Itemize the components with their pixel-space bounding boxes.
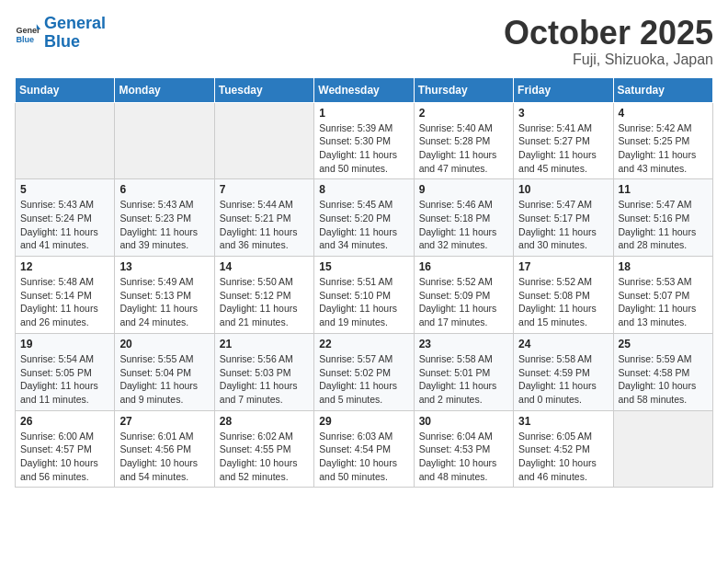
- calendar-cell: 23Sunrise: 5:58 AM Sunset: 5:01 PM Dayli…: [414, 333, 513, 410]
- calendar-cell: 8Sunrise: 5:45 AM Sunset: 5:20 PM Daylig…: [314, 179, 414, 257]
- logo-icon: General Blue: [15, 20, 40, 46]
- day-info: Sunrise: 5:44 AM Sunset: 5:21 PM Dayligh…: [220, 198, 309, 252]
- calendar-week-3: 12Sunrise: 5:48 AM Sunset: 5:14 PM Dayli…: [16, 257, 713, 334]
- calendar-cell: 22Sunrise: 5:57 AM Sunset: 5:02 PM Dayli…: [314, 333, 414, 410]
- day-number: 21: [220, 338, 309, 350]
- calendar-subtitle: Fuji, Shizuoka, Japan: [504, 52, 713, 68]
- calendar-cell: 7Sunrise: 5:44 AM Sunset: 5:21 PM Daylig…: [214, 179, 313, 257]
- calendar-cell: 13Sunrise: 5:49 AM Sunset: 5:13 PM Dayli…: [115, 257, 214, 334]
- day-number: 20: [119, 338, 209, 350]
- calendar-cell: [214, 102, 313, 179]
- calendar-cell: 10Sunrise: 5:47 AM Sunset: 5:17 PM Dayli…: [514, 179, 613, 257]
- svg-text:Blue: Blue: [16, 35, 34, 44]
- day-number: 24: [518, 338, 608, 350]
- calendar-cell: 16Sunrise: 5:52 AM Sunset: 5:09 PM Dayli…: [414, 257, 513, 334]
- day-number: 26: [20, 415, 109, 428]
- day-number: 27: [119, 415, 209, 428]
- page-header: General Blue General Blue October 2025 F…: [15, 15, 713, 68]
- logo-text: General Blue: [44, 15, 106, 52]
- calendar-cell: [613, 410, 712, 488]
- day-number: 1: [319, 107, 408, 120]
- day-info: Sunrise: 6:03 AM Sunset: 4:54 PM Dayligh…: [319, 430, 408, 484]
- day-number: 10: [518, 183, 608, 196]
- calendar-week-2: 5Sunrise: 5:43 AM Sunset: 5:24 PM Daylig…: [16, 179, 713, 257]
- calendar-cell: 15Sunrise: 5:51 AM Sunset: 5:10 PM Dayli…: [314, 257, 414, 334]
- calendar-cell: 24Sunrise: 5:58 AM Sunset: 4:59 PM Dayli…: [514, 333, 613, 410]
- day-number: 30: [419, 415, 508, 428]
- day-info: Sunrise: 5:58 AM Sunset: 5:01 PM Dayligh…: [419, 352, 508, 407]
- day-info: Sunrise: 6:00 AM Sunset: 4:57 PM Dayligh…: [20, 430, 109, 484]
- day-info: Sunrise: 5:50 AM Sunset: 5:12 PM Dayligh…: [220, 275, 309, 329]
- calendar-cell: 26Sunrise: 6:00 AM Sunset: 4:57 PM Dayli…: [16, 410, 115, 488]
- day-info: Sunrise: 6:01 AM Sunset: 4:56 PM Dayligh…: [119, 430, 209, 484]
- day-info: Sunrise: 5:42 AM Sunset: 5:25 PM Dayligh…: [619, 121, 708, 176]
- calendar-cell: [16, 102, 115, 179]
- calendar-cell: 27Sunrise: 6:01 AM Sunset: 4:56 PM Dayli…: [115, 410, 214, 488]
- weekday-header-sunday: Sunday: [16, 77, 115, 102]
- day-info: Sunrise: 5:59 AM Sunset: 4:58 PM Dayligh…: [619, 352, 708, 407]
- title-block: October 2025 Fuji, Shizuoka, Japan: [504, 15, 713, 68]
- calendar-table: SundayMondayTuesdayWednesdayThursdayFrid…: [15, 77, 713, 488]
- day-number: 13: [119, 260, 209, 273]
- day-info: Sunrise: 6:02 AM Sunset: 4:55 PM Dayligh…: [220, 430, 309, 484]
- weekday-header-monday: Monday: [115, 77, 214, 102]
- day-number: 17: [518, 260, 608, 273]
- day-number: 11: [619, 183, 708, 196]
- calendar-cell: 9Sunrise: 5:46 AM Sunset: 5:18 PM Daylig…: [414, 179, 513, 257]
- day-number: 25: [619, 338, 708, 350]
- calendar-cell: 11Sunrise: 5:47 AM Sunset: 5:16 PM Dayli…: [613, 179, 712, 257]
- calendar-cell: 18Sunrise: 5:53 AM Sunset: 5:07 PM Dayli…: [613, 257, 712, 334]
- weekday-header-friday: Friday: [514, 77, 613, 102]
- calendar-week-5: 26Sunrise: 6:00 AM Sunset: 4:57 PM Dayli…: [16, 410, 713, 488]
- day-info: Sunrise: 5:54 AM Sunset: 5:05 PM Dayligh…: [20, 352, 109, 407]
- day-info: Sunrise: 5:45 AM Sunset: 5:20 PM Dayligh…: [319, 198, 408, 252]
- calendar-cell: [115, 102, 214, 179]
- day-number: 19: [20, 338, 109, 350]
- day-number: 14: [220, 260, 309, 273]
- logo: General Blue General Blue: [15, 15, 106, 52]
- day-info: Sunrise: 5:55 AM Sunset: 5:04 PM Dayligh…: [119, 352, 209, 407]
- calendar-cell: 30Sunrise: 6:04 AM Sunset: 4:53 PM Dayli…: [414, 410, 513, 488]
- calendar-cell: 14Sunrise: 5:50 AM Sunset: 5:12 PM Dayli…: [214, 257, 313, 334]
- day-number: 23: [419, 338, 508, 350]
- day-number: 5: [20, 183, 109, 196]
- day-number: 15: [319, 260, 408, 273]
- day-info: Sunrise: 5:40 AM Sunset: 5:28 PM Dayligh…: [419, 121, 508, 176]
- calendar-cell: 25Sunrise: 5:59 AM Sunset: 4:58 PM Dayli…: [613, 333, 712, 410]
- day-number: 2: [419, 107, 508, 120]
- day-number: 22: [319, 338, 408, 350]
- calendar-cell: 20Sunrise: 5:55 AM Sunset: 5:04 PM Dayli…: [115, 333, 214, 410]
- day-number: 18: [619, 260, 708, 273]
- day-info: Sunrise: 6:05 AM Sunset: 4:52 PM Dayligh…: [518, 430, 608, 484]
- day-number: 31: [518, 415, 608, 428]
- day-info: Sunrise: 5:58 AM Sunset: 4:59 PM Dayligh…: [518, 352, 608, 407]
- calendar-cell: 29Sunrise: 6:03 AM Sunset: 4:54 PM Dayli…: [314, 410, 414, 488]
- day-number: 9: [419, 183, 508, 196]
- day-info: Sunrise: 5:47 AM Sunset: 5:16 PM Dayligh…: [619, 198, 708, 252]
- weekday-header-wednesday: Wednesday: [314, 77, 414, 102]
- calendar-cell: 1Sunrise: 5:39 AM Sunset: 5:30 PM Daylig…: [314, 102, 414, 179]
- calendar-cell: 19Sunrise: 5:54 AM Sunset: 5:05 PM Dayli…: [16, 333, 115, 410]
- calendar-title: October 2025: [504, 15, 713, 52]
- day-info: Sunrise: 5:52 AM Sunset: 5:09 PM Dayligh…: [419, 275, 508, 329]
- day-info: Sunrise: 5:57 AM Sunset: 5:02 PM Dayligh…: [319, 352, 408, 407]
- calendar-week-4: 19Sunrise: 5:54 AM Sunset: 5:05 PM Dayli…: [16, 333, 713, 410]
- calendar-cell: 21Sunrise: 5:56 AM Sunset: 5:03 PM Dayli…: [214, 333, 313, 410]
- day-number: 6: [119, 183, 209, 196]
- day-info: Sunrise: 5:43 AM Sunset: 5:23 PM Dayligh…: [119, 198, 209, 252]
- day-info: Sunrise: 5:48 AM Sunset: 5:14 PM Dayligh…: [20, 275, 109, 329]
- weekday-header-saturday: Saturday: [613, 77, 712, 102]
- day-number: 28: [220, 415, 309, 428]
- calendar-cell: 31Sunrise: 6:05 AM Sunset: 4:52 PM Dayli…: [514, 410, 613, 488]
- calendar-cell: 6Sunrise: 5:43 AM Sunset: 5:23 PM Daylig…: [115, 179, 214, 257]
- calendar-cell: 3Sunrise: 5:41 AM Sunset: 5:27 PM Daylig…: [514, 102, 613, 179]
- calendar-cell: 28Sunrise: 6:02 AM Sunset: 4:55 PM Dayli…: [214, 410, 313, 488]
- calendar-cell: 5Sunrise: 5:43 AM Sunset: 5:24 PM Daylig…: [16, 179, 115, 257]
- weekday-header-tuesday: Tuesday: [214, 77, 313, 102]
- day-info: Sunrise: 6:04 AM Sunset: 4:53 PM Dayligh…: [419, 430, 508, 484]
- day-number: 12: [20, 260, 109, 273]
- calendar-cell: 17Sunrise: 5:52 AM Sunset: 5:08 PM Dayli…: [514, 257, 613, 334]
- day-info: Sunrise: 5:46 AM Sunset: 5:18 PM Dayligh…: [419, 198, 508, 252]
- day-info: Sunrise: 5:52 AM Sunset: 5:08 PM Dayligh…: [518, 275, 608, 329]
- day-number: 4: [619, 107, 708, 120]
